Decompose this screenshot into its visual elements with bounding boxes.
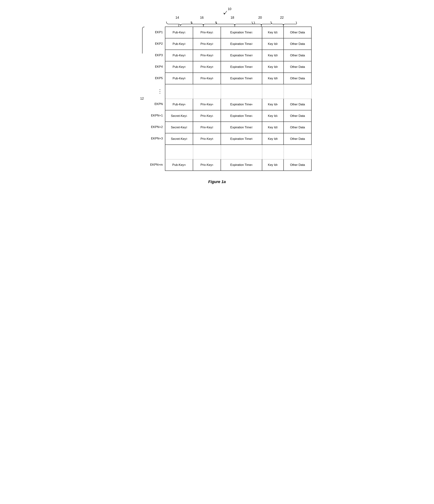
table-row: Pub-Key3 Priv-Key3 Expiration Time3 Key …: [165, 50, 312, 61]
cell-privkey: Priv-Key5: [193, 73, 221, 84]
row-label-ekpn2: EKPN+2: [140, 121, 165, 133]
cell-exptime: Expiration Time4: [221, 61, 262, 72]
cell-keyid: Key Idn: [262, 99, 284, 110]
cell-exptime: Expiration Time5: [221, 73, 262, 84]
cell-exptime: Expiration Time3: [221, 50, 262, 61]
diagram: EKP1 EKP2 EKP3 EKP4 EKP5 ⋮ EKPN EKPN+1 E…: [140, 27, 294, 171]
cell-keyid: Key Id1: [262, 110, 284, 122]
cell-exptime: Expiration Time2: [221, 38, 262, 50]
cell-other-ellipsis2: [284, 145, 312, 159]
cell-privkey: Priv-Keyn: [193, 99, 221, 110]
cell-keyid: Key Id5: [262, 73, 284, 84]
cell-privkey-ellipsis: [193, 84, 221, 99]
cell-pubkey: Pub-Keyn: [165, 99, 193, 110]
cell-pubkey-ellipsis: [165, 84, 193, 99]
cell-other: Other Data: [284, 73, 312, 84]
cell-privkey: Priv-Key2: [193, 38, 221, 50]
ellipsis-row-2: [165, 145, 312, 159]
cell-keyid: Key Id4: [262, 61, 284, 72]
cell-keyid: Key Id2: [262, 122, 284, 133]
left-labels: EKP1 EKP2 EKP3 EKP4 EKP5 ⋮ EKPN EKPN+1 E…: [140, 27, 165, 171]
brace-22: [270, 21, 298, 27]
row-label-ekpn3: EKPN+3: [140, 133, 165, 144]
col-label-14: 14: [175, 16, 179, 19]
cell-pubkey: Secret-Key3: [165, 133, 193, 144]
cell-other: Other Data: [284, 50, 312, 61]
ellipsis-1: ⋮: [140, 84, 165, 98]
cell-exptime: Expiration Time5: [221, 133, 262, 144]
figure-caption: Figure 1a: [140, 180, 294, 184]
cell-pubkey: Secret-Key2: [165, 122, 193, 133]
cell-privkey: Priv-Key4: [193, 61, 221, 72]
brace-16: [190, 21, 217, 27]
cell-privkey: Priv-Key3: [193, 50, 221, 61]
row-label-ekpnm: EKPN+m: [140, 159, 165, 171]
cell-keyid: Key Idn: [262, 159, 284, 171]
brace-12-svg: [140, 27, 145, 54]
cell-keyid: Key Id3: [262, 50, 284, 61]
table-row: Pub-Key5 Priv-Key5 Expiration Time5 Key …: [165, 73, 312, 84]
cell-pubkey: Pub-Key3: [165, 50, 193, 61]
brace-12-label: 12: [140, 97, 144, 100]
col-label-16: 16: [200, 16, 204, 19]
table-row: Secret-Key1 Priv-Key1 Expiration Time1 K…: [165, 110, 312, 122]
cell-other: Other Data: [284, 99, 312, 110]
col-label-20: 20: [258, 16, 262, 19]
table-row: Pub-Keyn Priv-Keyn Expiration Timen Key …: [165, 99, 312, 110]
cell-keyid: Key Id1: [262, 27, 284, 38]
cell-exptime: Expiration Timen: [221, 159, 262, 171]
cell-exptime: Expiration Time1: [221, 27, 262, 38]
cell-other-ellipsis: [284, 84, 312, 99]
table-row: Pub-Key2 Priv-Key2 Expiration Time2 Key …: [165, 38, 312, 50]
cell-other: Other Data: [284, 38, 312, 50]
cell-other: Other Data: [284, 133, 312, 144]
col-label-22: 22: [280, 16, 284, 19]
cell-keyid-ellipsis: [262, 84, 284, 99]
cell-keyid: Key Id2: [262, 38, 284, 50]
data-grid: Pub-Key1 Priv-Key1 Expiration Time1 Key …: [165, 27, 312, 171]
cell-other: Other Data: [284, 27, 312, 38]
cell-other: Other Data: [284, 110, 312, 122]
cell-other: Other Data: [284, 61, 312, 72]
cell-privkey: Priv-Key1: [193, 27, 221, 38]
table-row: Pub-Key4 Priv-Key4 Expiration Time4 Key …: [165, 61, 312, 73]
cell-keyid-ellipsis2: [262, 145, 284, 159]
row-label-ekpn1: EKPN+1: [140, 110, 165, 121]
cell-privkey: Priv-Key5: [193, 133, 221, 144]
cell-pubkey-ellipsis2: [165, 145, 193, 159]
cell-other: Other Data: [284, 159, 312, 171]
row-label-ekp5: EKP5: [140, 72, 165, 84]
arrow-icon: [222, 10, 231, 15]
ellipsis-2: [140, 144, 165, 159]
cell-exptime-ellipsis: [221, 84, 262, 99]
cell-privkey-ellipsis2: [193, 145, 221, 159]
cell-privkey: Priv-Keyn: [193, 159, 221, 171]
col-label-18: 18: [230, 16, 234, 19]
ellipsis-row: [165, 84, 312, 99]
table-row: Secret-Key3 Priv-Key5 Expiration Time5 K…: [165, 133, 312, 145]
table-row: Secret-Key2 Priv-Key2 Expiration Time2 K…: [165, 122, 312, 133]
cell-other: Other Data: [284, 122, 312, 133]
cell-exptime: Expiration Time2: [221, 122, 262, 133]
cell-privkey: Priv-Key2: [193, 122, 221, 133]
cell-exptime-ellipsis2: [221, 145, 262, 159]
page-wrapper: 10 14 16: [140, 7, 294, 184]
svg-marker-1: [224, 13, 225, 15]
table-row: Pub-Key1 Priv-Key1 Expiration Time1 Key …: [165, 27, 312, 38]
cell-privkey: Priv-Key1: [193, 110, 221, 122]
brace-14: [165, 21, 193, 27]
cell-pubkey: Pub-Key5: [165, 73, 193, 84]
row-label-ekp4: EKP4: [140, 61, 165, 72]
cell-pubkey: Secret-Key1: [165, 110, 193, 122]
brace-18: [214, 21, 255, 27]
cell-pubkey: Pub-Keym: [165, 159, 193, 171]
cell-keyid: Key Id5: [262, 133, 284, 144]
cell-pubkey: Pub-Key4: [165, 61, 193, 72]
cell-exptime: Expiration Time1: [221, 110, 262, 122]
brace-20: [251, 21, 272, 27]
cell-pubkey: Pub-Key1: [165, 27, 193, 38]
cell-exptime: Expiration Timen: [221, 99, 262, 110]
cell-pubkey: Pub-Key2: [165, 38, 193, 50]
table-row: Pub-Keym Priv-Keyn Expiration Timen Key …: [165, 159, 312, 171]
